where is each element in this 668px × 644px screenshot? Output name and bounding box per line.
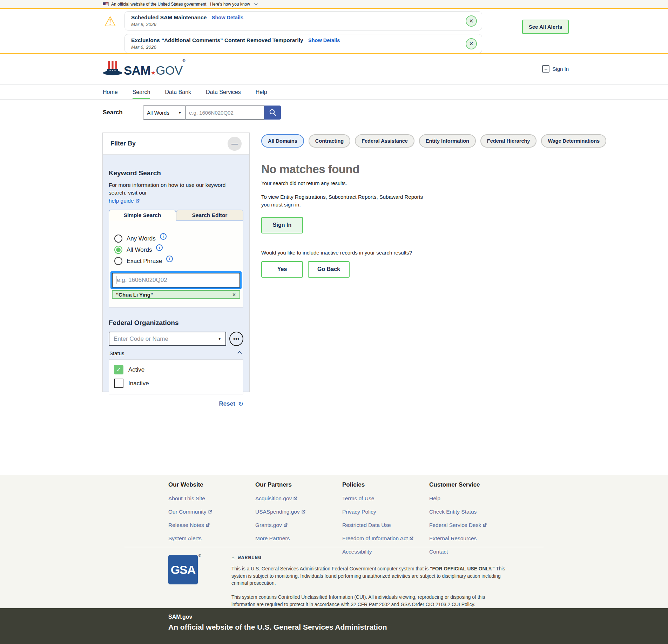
nav-item-home[interactable]: Home [103, 85, 118, 99]
keyword-tabs: Simple Search Search Editor [109, 210, 243, 221]
identifier-bar: SAM.gov An official website of the U.S. … [0, 608, 668, 644]
external-link-icon [483, 523, 487, 527]
filter-panel: Filter By — Keyword Search For more info… [102, 133, 250, 392]
radio-button-selected[interactable] [114, 246, 122, 254]
reset-filters[interactable]: Reset ↻ [109, 400, 243, 408]
chip-label: "Chua Li Ying" [116, 292, 153, 298]
warning-title: WARNING [238, 555, 262, 561]
info-icon[interactable]: i [160, 233, 167, 240]
footer-link-more-partners[interactable]: More Partners [255, 535, 339, 542]
alert-title: Scheduled SAM Maintenance [131, 14, 207, 20]
footer-link-usaspending-gov[interactable]: USASpending.gov [255, 509, 339, 515]
sign-in-label: Sign In [552, 66, 569, 72]
footer-link-acquisition-gov[interactable]: Acquisition.gov [255, 495, 339, 502]
checkbox-unchecked[interactable] [114, 379, 123, 388]
status-option-inactive[interactable]: Inactive [114, 379, 238, 388]
alert-maintenance: Scheduled SAM Maintenance Show Details M… [124, 11, 482, 30]
info-icon[interactable]: i [166, 256, 173, 262]
domain-pill-entity-information[interactable]: Entity Information [419, 134, 476, 148]
footer-link-about-this-site[interactable]: About This Site [168, 495, 252, 502]
radio-label: All Words [127, 246, 152, 253]
alert-close-button[interactable]: ✕ [466, 15, 477, 27]
gsa-registered-mark: ® [198, 554, 201, 557]
domain-pill-federal-assistance[interactable]: Federal Assistance [355, 134, 414, 148]
fed-org-combobox[interactable]: Enter Code or Name ▼ [109, 332, 226, 346]
search-mode-select[interactable]: All Words ▼ [143, 106, 185, 120]
footer-column-our-website: Our Website About This Site Our Communit… [168, 481, 252, 542]
footer-link-check-entity-status[interactable]: Check Entity Status [429, 509, 513, 515]
footer-column-our-partners: Our Partners Acquisition.gov USASpending… [255, 481, 339, 542]
domain-pill-wage-determinations[interactable]: Wage Determinations [541, 134, 606, 148]
checkbox-label: Active [128, 366, 144, 373]
fed-org-more-button[interactable]: ••• [229, 332, 243, 346]
chevron-up-icon[interactable] [237, 351, 242, 356]
footer-link-release-notes[interactable]: Release Notes [168, 522, 252, 528]
keyword-chip: "Chua Li Ying" ✕ [112, 290, 240, 299]
nav-item-data-bank[interactable]: Data Bank [165, 85, 191, 99]
collapse-filters-button[interactable]: — [228, 137, 242, 151]
magnifier-icon [269, 108, 277, 117]
chevron-down-icon[interactable] [254, 2, 258, 5]
alert-show-details-link[interactable]: Show Details [212, 15, 243, 20]
footer-link-restricted-data-use[interactable]: Restricted Data Use [342, 522, 426, 528]
domain-pill-federal-hierarchy[interactable]: Federal Hierarchy [480, 134, 537, 148]
alert-close-button[interactable]: ✕ [466, 38, 477, 49]
nav-item-search[interactable]: Search [133, 85, 150, 99]
footer-link-terms-of-use[interactable]: Terms of Use [342, 495, 426, 502]
combobox-placeholder: Enter Code or Name [114, 335, 168, 343]
radio-label: Any Words [127, 235, 156, 242]
radio-button[interactable] [114, 235, 122, 243]
footer-column-policies: Policies Terms of Use Privacy Policy Res… [342, 481, 426, 555]
alerts-section: ⚠ Scheduled SAM Maintenance Show Details… [0, 8, 668, 54]
keyword-input[interactable] [112, 273, 240, 287]
reset-label: Reset [219, 400, 235, 407]
text-caret [116, 276, 116, 284]
domain-pill-all-domains[interactable]: All Domains [261, 134, 304, 148]
status-header-row[interactable]: Status [109, 350, 243, 356]
header-sign-in[interactable]: ← Sign In [542, 65, 569, 73]
top-search-input[interactable] [185, 106, 264, 120]
gov-banner-text: An official website of the United States… [111, 2, 206, 7]
external-link-icon [208, 509, 212, 514]
alert-show-details-link[interactable]: Show Details [308, 38, 340, 43]
yes-button[interactable]: Yes [261, 261, 303, 278]
no-matches-subtext: Your search did not return any results. [261, 181, 563, 186]
nav-item-help[interactable]: Help [256, 85, 267, 99]
simple-search-panel: Any Words i All Words i Exact Phrase i [109, 221, 243, 308]
see-all-alerts-button[interactable]: See All Alerts [522, 20, 569, 34]
sam-gov-logo[interactable]: SAM★GOV® [103, 60, 185, 76]
alert-date: Mar 9, 2026 [131, 22, 461, 27]
info-icon[interactable]: i [156, 244, 163, 251]
search-submit-button[interactable] [264, 106, 281, 120]
logo-text: SAM★GOV® [124, 64, 185, 76]
footer-link-privacy-policy[interactable]: Privacy Policy [342, 509, 426, 515]
footer-link-help[interactable]: Help [429, 495, 513, 502]
sign-in-button[interactable]: Sign In [261, 217, 303, 233]
footer-link-grants-gov[interactable]: Grants.gov [255, 522, 339, 528]
filter-panel-header: Filter By — [103, 133, 249, 155]
status-option-active[interactable]: ✓ Active [114, 365, 238, 374]
footer-link-our-community[interactable]: Our Community [168, 509, 252, 515]
checkbox-checked[interactable]: ✓ [114, 365, 123, 374]
help-guide-link[interactable]: help guide [109, 198, 134, 204]
tab-simple-search[interactable]: Simple Search [109, 210, 176, 221]
chip-remove-icon[interactable]: ✕ [232, 292, 236, 297]
radio-button[interactable] [114, 257, 122, 265]
footer-link-federal-service-desk[interactable]: Federal Service Desk [429, 522, 513, 528]
tab-search-editor[interactable]: Search Editor [176, 210, 243, 221]
status-label: Status [109, 350, 124, 356]
footer-link-external-resources[interactable]: External Resources [429, 535, 513, 542]
warning-paragraph-2: This system contains Controlled Unclassi… [231, 594, 510, 608]
radio-exact-phrase[interactable]: Exact Phrase i [112, 257, 240, 265]
go-back-button[interactable]: Go Back [308, 261, 350, 278]
include-inactive-question: Would you like to include inactive recor… [261, 250, 563, 256]
page-footer: Our Website About This Site Our Communit… [0, 475, 668, 608]
sign-in-note: To view Entity Registrations, Subcontrac… [261, 193, 431, 209]
radio-any-words[interactable]: Any Words i [112, 235, 240, 243]
footer-link-foia[interactable]: Freedom of Information Act [342, 535, 426, 542]
radio-all-words[interactable]: All Words i [112, 246, 240, 254]
domain-pill-contracting[interactable]: Contracting [309, 134, 350, 148]
footer-link-system-alerts[interactable]: System Alerts [168, 535, 252, 542]
nav-item-data-services[interactable]: Data Services [206, 85, 241, 99]
how-you-know-link[interactable]: Here's how you know [210, 2, 250, 7]
